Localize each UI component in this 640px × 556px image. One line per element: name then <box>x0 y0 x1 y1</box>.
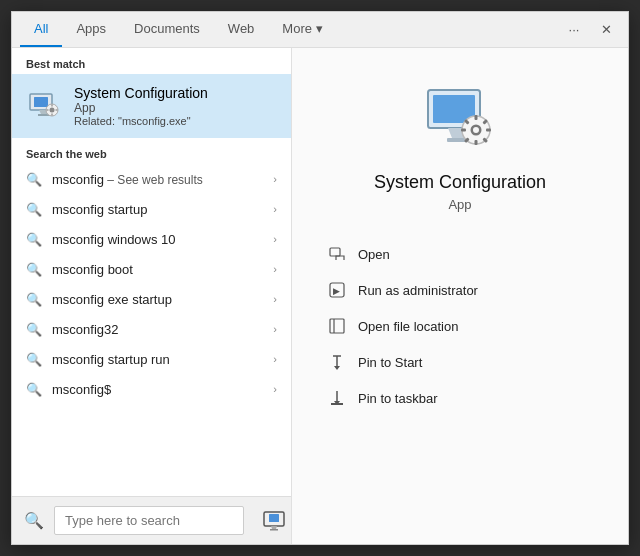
open-label: Open <box>358 247 390 262</box>
chevron-right-icon: › <box>273 203 277 215</box>
action-open[interactable]: Open <box>312 236 608 272</box>
search-icon: 🔍 <box>26 321 42 337</box>
action-run-as-admin[interactable]: ▶Run as administrator <box>312 272 608 308</box>
web-result-item[interactable]: 🔍msconfig$› <box>12 374 291 404</box>
web-result-item[interactable]: 🔍msconfig boot› <box>12 254 291 284</box>
titlebar: All Apps Documents Web More ▾ ··· ✕ <box>12 12 628 48</box>
web-result-text: msconfig startup <box>52 202 263 217</box>
tab-apps[interactable]: Apps <box>62 12 120 47</box>
chevron-right-icon: › <box>273 173 277 185</box>
chevron-right-icon: › <box>273 383 277 395</box>
app-icon-large <box>420 78 500 158</box>
tab-web[interactable]: Web <box>214 12 269 47</box>
web-result-item[interactable]: 🔍msconfig32› <box>12 314 291 344</box>
pin-to-start-icon <box>328 353 346 371</box>
search-web-label: Search the web <box>12 138 291 164</box>
pin-to-taskbar-icon <box>328 389 346 407</box>
best-match-info: System Configuration App Related: "mscon… <box>74 85 208 127</box>
web-result-item[interactable]: 🔍msconfig windows 10› <box>12 224 291 254</box>
tab-documents[interactable]: Documents <box>120 12 214 47</box>
web-result-item[interactable]: 🔍msconfig exe startup› <box>12 284 291 314</box>
chevron-down-icon: ▾ <box>316 21 323 36</box>
monitor-icon-large <box>424 82 496 154</box>
run-as-admin-label: Run as administrator <box>358 283 478 298</box>
web-result-item[interactable]: 🔍msconfig startup run› <box>12 344 291 374</box>
tab-bar: All Apps Documents Web More ▾ <box>20 12 337 47</box>
open-file-location-label: Open file location <box>358 319 458 334</box>
web-result-item[interactable]: 🔍msconfig – See web results› <box>12 164 291 194</box>
svg-marker-40 <box>334 366 340 370</box>
search-icon: 🔍 <box>26 381 42 397</box>
search-icon: 🔍 <box>26 291 42 307</box>
svg-text:▶: ▶ <box>333 286 340 296</box>
right-panel-app-title: System Configuration <box>374 172 546 193</box>
web-result-text: msconfig windows 10 <box>52 232 263 247</box>
search-icon: 🔍 <box>26 231 42 247</box>
action-list: Open▶Run as administratorOpen file locat… <box>312 236 608 416</box>
best-match-item[interactable]: System Configuration App Related: "mscon… <box>12 74 291 138</box>
tab-more[interactable]: More ▾ <box>268 12 337 47</box>
search-icon: 🔍 <box>26 171 42 187</box>
svg-rect-11 <box>269 514 279 522</box>
pin-to-start-label: Pin to Start <box>358 355 422 370</box>
action-open-file-location[interactable]: Open file location <box>312 308 608 344</box>
pin-to-taskbar-label: Pin to taskbar <box>358 391 438 406</box>
close-button[interactable]: ✕ <box>592 16 620 44</box>
svg-rect-13 <box>270 529 278 531</box>
svg-rect-29 <box>486 129 491 132</box>
best-match-label: Best match <box>12 48 291 74</box>
svg-rect-37 <box>330 319 344 333</box>
svg-point-25 <box>473 127 479 133</box>
svg-point-5 <box>50 108 55 113</box>
tab-more-label: More <box>282 21 312 36</box>
best-match-related: Related: "msconfig.exe" <box>74 115 208 127</box>
chevron-right-icon: › <box>273 353 277 365</box>
svg-rect-27 <box>475 140 478 145</box>
web-result-text: msconfig32 <box>52 322 263 337</box>
web-result-text: msconfig exe startup <box>52 292 263 307</box>
search-icon: 🔍 <box>26 261 42 277</box>
search-input[interactable] <box>54 506 244 535</box>
taskbar-icon-desktop[interactable] <box>258 505 290 537</box>
action-pin-to-taskbar[interactable]: Pin to taskbar <box>312 380 608 416</box>
svg-rect-44 <box>331 403 343 405</box>
left-panel: Best match <box>12 48 292 544</box>
web-result-text: msconfig startup run <box>52 352 263 367</box>
chevron-right-icon: › <box>273 323 277 335</box>
web-result-text: msconfig$ <box>52 382 263 397</box>
run-as-admin-icon: ▶ <box>328 281 346 299</box>
open-icon <box>328 245 346 263</box>
chevron-right-icon: › <box>273 263 277 275</box>
search-bar-icon: 🔍 <box>24 511 44 530</box>
search-window: All Apps Documents Web More ▾ ··· ✕ Best… <box>11 11 629 545</box>
action-pin-to-start[interactable]: Pin to Start <box>312 344 608 380</box>
main-content: Best match <box>12 48 628 544</box>
svg-rect-34 <box>330 248 340 256</box>
chevron-right-icon: › <box>273 233 277 245</box>
web-result-list: 🔍msconfig – See web results›🔍msconfig st… <box>12 164 291 496</box>
web-result-text: msconfig – See web results <box>52 172 263 187</box>
right-panel-app-type: App <box>448 197 471 212</box>
svg-marker-12 <box>271 526 277 529</box>
system-config-icon <box>26 88 62 124</box>
search-bar: 🔍 <box>12 496 291 544</box>
search-icon: 🔍 <box>26 201 42 217</box>
open-file-location-icon <box>328 317 346 335</box>
tab-all[interactable]: All <box>20 12 62 47</box>
best-match-name: System Configuration <box>74 85 208 101</box>
svg-rect-28 <box>461 129 466 132</box>
app-icon-svg <box>28 90 60 122</box>
chevron-right-icon: › <box>273 293 277 305</box>
svg-rect-1 <box>34 97 48 107</box>
more-options-button[interactable]: ··· <box>560 16 588 44</box>
best-match-type: App <box>74 101 208 115</box>
window-controls: ··· ✕ <box>560 16 620 44</box>
right-panel: System Configuration App Open▶Run as adm… <box>292 48 628 544</box>
search-icon: 🔍 <box>26 351 42 367</box>
web-result-item[interactable]: 🔍msconfig startup› <box>12 194 291 224</box>
svg-rect-26 <box>475 115 478 120</box>
web-result-text: msconfig boot <box>52 262 263 277</box>
